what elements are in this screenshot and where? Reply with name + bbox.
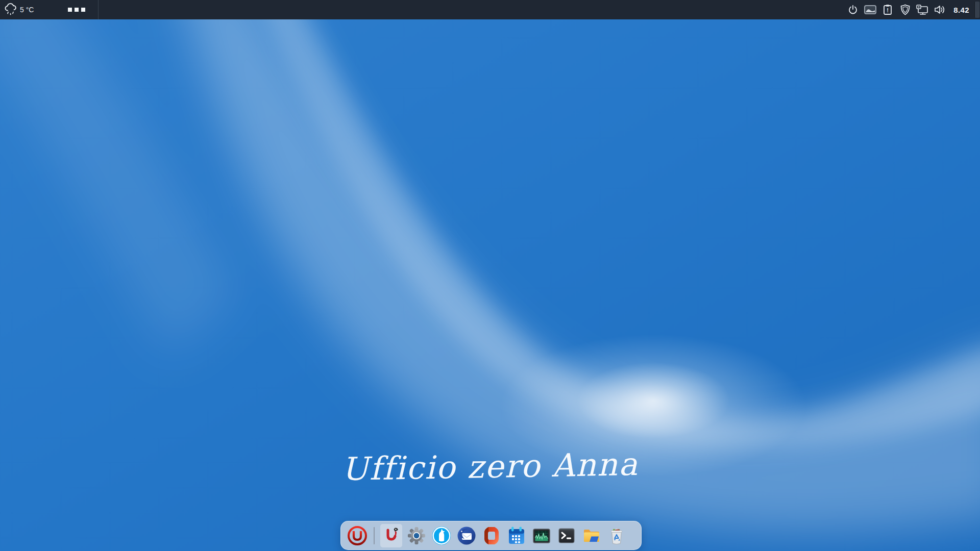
thunderbird-icon xyxy=(456,525,477,546)
clipboard-alert-icon: ! xyxy=(883,4,892,15)
power-button[interactable] xyxy=(847,0,859,19)
librewolf-icon xyxy=(431,525,452,546)
dock-item-trash[interactable] xyxy=(605,524,627,547)
weather-widget[interactable]: 5 °C xyxy=(4,0,34,19)
dock-item-file-manager[interactable] xyxy=(580,524,602,547)
volume-icon xyxy=(934,5,946,15)
dock-item-ufficio-zero-welcome[interactable] xyxy=(380,524,402,547)
volume-button[interactable] xyxy=(934,0,946,19)
dock-item-librewolf-browser[interactable] xyxy=(430,524,452,547)
panel-divider xyxy=(98,0,99,19)
trash-full-icon xyxy=(606,525,627,546)
system-tray: ! xyxy=(844,0,980,19)
clipboard-button[interactable]: ! xyxy=(881,0,894,19)
calendar-icon xyxy=(506,525,527,546)
rain-cloud-icon xyxy=(4,3,18,16)
show-desktop-button[interactable] xyxy=(974,2,979,18)
terminal-icon xyxy=(556,525,577,546)
clock[interactable]: 8.42 xyxy=(953,6,969,14)
network-button[interactable] xyxy=(916,0,928,19)
gear-icon xyxy=(406,525,427,546)
ufficio-zero-rocket-icon xyxy=(381,525,402,546)
ufficio-zero-logo-icon xyxy=(347,525,368,546)
dock-item-ufficio-zero-menu[interactable] xyxy=(346,524,368,547)
dock-item-thunderbird-mail[interactable] xyxy=(455,524,477,547)
security-button[interactable] xyxy=(899,0,911,19)
dock-item-terminal[interactable] xyxy=(555,524,577,547)
dock-divider xyxy=(374,527,375,544)
wallpaper-image-icon xyxy=(864,5,876,14)
dot xyxy=(81,8,85,12)
folder-icon xyxy=(581,525,602,546)
dot xyxy=(75,8,79,12)
ellipsis-menu-icon[interactable] xyxy=(68,0,85,19)
dock-item-settings[interactable] xyxy=(405,524,427,547)
dock-item-system-monitor[interactable] xyxy=(530,524,552,547)
weather-temperature: 5 °C xyxy=(20,6,34,14)
dock xyxy=(340,521,642,550)
network-wired-icon xyxy=(916,5,928,15)
svg-text:!: ! xyxy=(887,7,889,13)
power-icon xyxy=(848,5,858,15)
office-icon xyxy=(481,525,502,546)
wallpaper-changer-button[interactable] xyxy=(864,0,876,19)
top-panel: 5 °C xyxy=(0,0,980,19)
dock-item-calendar[interactable] xyxy=(505,524,527,547)
dot xyxy=(68,8,72,12)
dock-item-office-suite[interactable] xyxy=(480,524,502,547)
system-monitor-icon xyxy=(531,525,552,546)
shield-icon xyxy=(900,4,910,15)
desktop: Ufficio zero Anna 5 °C xyxy=(0,0,980,551)
desktop-watermark: Ufficio zero Anna xyxy=(341,445,639,488)
